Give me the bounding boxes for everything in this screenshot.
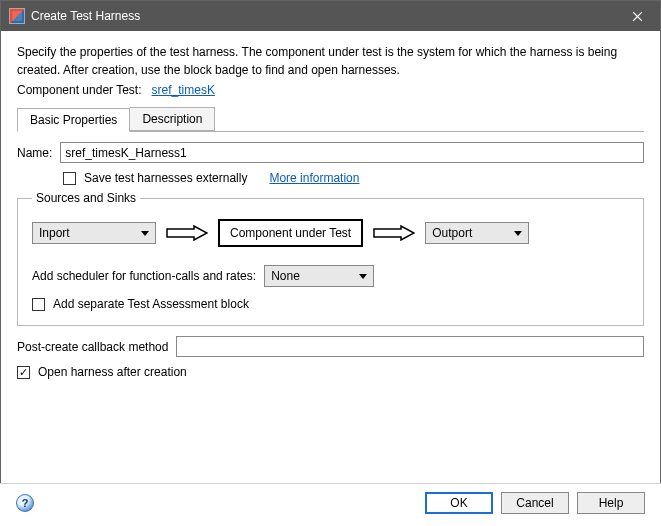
name-label: Name: (17, 146, 52, 160)
chevron-down-icon (359, 274, 367, 279)
close-icon (632, 11, 643, 22)
component-under-test-link[interactable]: sref_timesK (152, 83, 215, 97)
close-button[interactable] (615, 1, 660, 31)
dialog-footer: ? OK Cancel Help (0, 483, 661, 526)
output-sink-select[interactable]: Outport (425, 222, 529, 244)
tab-basic-properties[interactable]: Basic Properties (17, 108, 130, 132)
app-icon (9, 8, 25, 24)
cancel-button[interactable]: Cancel (501, 492, 569, 514)
save-externally-label: Save test harnesses externally (84, 171, 247, 185)
component-under-test-label: Component under Test: (17, 83, 142, 97)
cancel-label: Cancel (516, 496, 553, 510)
arrow-right-icon (166, 225, 208, 241)
tab-description-label: Description (142, 112, 202, 126)
more-information-link[interactable]: More information (269, 171, 359, 185)
add-assessment-label: Add separate Test Assessment block (53, 297, 249, 311)
arrow-right-icon (373, 225, 415, 241)
titlebar: Create Test Harness (1, 1, 660, 31)
intro-text: Specify the properties of the test harne… (17, 43, 644, 79)
ok-button[interactable]: OK (425, 492, 493, 514)
post-create-label: Post-create callback method (17, 340, 168, 354)
input-source-select[interactable]: Inport (32, 222, 156, 244)
input-source-value: Inport (39, 226, 70, 240)
window-title: Create Test Harness (31, 9, 615, 23)
sources-and-sinks-legend: Sources and Sinks (32, 191, 140, 205)
chevron-down-icon (141, 231, 149, 236)
post-create-input[interactable] (176, 336, 644, 357)
tab-description[interactable]: Description (130, 107, 215, 131)
help-label: Help (599, 496, 624, 510)
chevron-down-icon (514, 231, 522, 236)
open-after-label: Open harness after creation (38, 365, 187, 379)
output-sink-value: Outport (432, 226, 472, 240)
ok-label: OK (450, 496, 467, 510)
sources-and-sinks-group: Sources and Sinks Inport Component under… (17, 191, 644, 326)
help-icon[interactable]: ? (16, 494, 34, 512)
scheduler-value: None (271, 269, 300, 283)
name-input[interactable] (60, 142, 644, 163)
add-assessment-checkbox[interactable] (32, 298, 45, 311)
scheduler-label: Add scheduler for function-calls and rat… (32, 269, 256, 283)
tab-basic-label: Basic Properties (30, 113, 117, 127)
tabstrip: Basic Properties Description (17, 107, 644, 132)
open-after-checkbox[interactable] (17, 366, 30, 379)
save-externally-checkbox[interactable] (63, 172, 76, 185)
scheduler-select[interactable]: None (264, 265, 374, 287)
component-under-test-box: Component under Test (218, 219, 363, 247)
help-button[interactable]: Help (577, 492, 645, 514)
